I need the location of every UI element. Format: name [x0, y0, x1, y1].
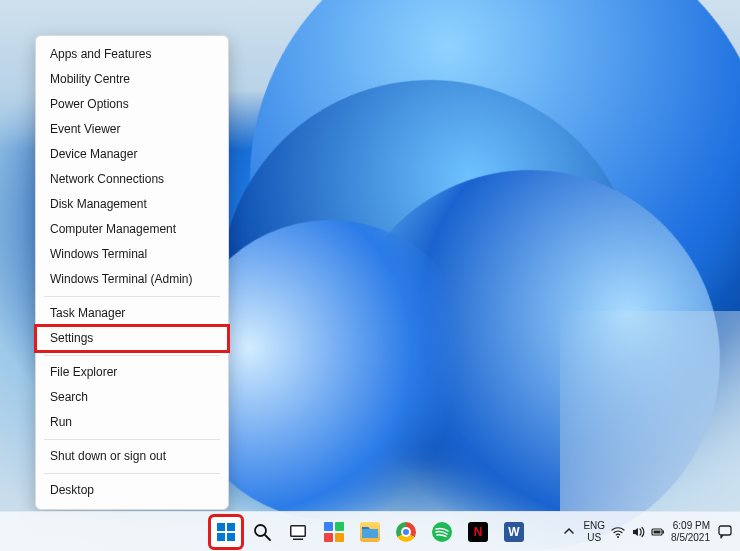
menu-separator: [44, 439, 220, 440]
chevron-up-icon: [563, 525, 575, 537]
menu-item-run[interactable]: Run: [36, 410, 228, 435]
task-view-icon: [288, 522, 308, 542]
taskbar-center: N W: [210, 512, 530, 551]
menu-item-event-viewer[interactable]: Event Viewer: [36, 117, 228, 142]
svg-rect-7: [292, 526, 305, 535]
menu-item-label: File Explorer: [50, 365, 117, 379]
svg-rect-12: [654, 530, 661, 533]
chrome-icon: [396, 522, 416, 542]
wallpaper-gradient-bottom: [560, 311, 740, 511]
system-tray: ENG US 6:09 PM 8/5/2021: [561, 512, 734, 551]
netflix-icon: N: [468, 522, 488, 542]
menu-item-settings[interactable]: Settings: [36, 326, 228, 351]
chrome-button[interactable]: [390, 516, 422, 548]
svg-rect-11: [663, 530, 665, 533]
menu-item-desktop[interactable]: Desktop: [36, 478, 228, 503]
menu-separator: [44, 355, 220, 356]
menu-item-power-options[interactable]: Power Options: [36, 92, 228, 117]
word-button[interactable]: W: [498, 516, 530, 548]
language-primary: ENG: [583, 520, 605, 532]
menu-item-task-manager[interactable]: Task Manager: [36, 301, 228, 326]
file-explorer-icon: [360, 522, 380, 542]
spotify-icon: [432, 522, 452, 542]
language-button[interactable]: ENG US: [583, 520, 605, 544]
start-button[interactable]: [210, 516, 242, 548]
svg-rect-3: [227, 533, 235, 541]
menu-item-label: Device Manager: [50, 147, 137, 161]
tray-overflow-button[interactable]: [561, 525, 577, 539]
menu-item-network-connections[interactable]: Network Connections: [36, 167, 228, 192]
menu-item-file-explorer[interactable]: File Explorer: [36, 360, 228, 385]
search-button[interactable]: [246, 516, 278, 548]
menu-item-label: Apps and Features: [50, 47, 151, 61]
menu-item-search[interactable]: Search: [36, 385, 228, 410]
svg-line-5: [265, 535, 270, 540]
desktop: Apps and FeaturesMobility CentrePower Op…: [0, 0, 740, 551]
svg-rect-0: [217, 523, 225, 531]
menu-separator: [44, 473, 220, 474]
menu-item-label: Event Viewer: [50, 122, 120, 136]
taskbar: N W ENG US: [0, 511, 740, 551]
svg-rect-13: [719, 526, 731, 535]
menu-item-shut-down-or-sign-out[interactable]: Shut down or sign out: [36, 444, 228, 469]
search-icon: [252, 522, 272, 542]
menu-item-label: Desktop: [50, 483, 94, 497]
file-explorer-button[interactable]: [354, 516, 386, 548]
menu-item-disk-management[interactable]: Disk Management: [36, 192, 228, 217]
word-icon: W: [504, 522, 524, 542]
menu-item-label: Settings: [50, 331, 93, 345]
menu-separator: [44, 296, 220, 297]
menu-item-label: Task Manager: [50, 306, 125, 320]
menu-item-label: Windows Terminal: [50, 247, 147, 261]
notifications-icon: [717, 524, 733, 540]
windows-logo-icon: [216, 522, 236, 542]
netflix-button[interactable]: N: [462, 516, 494, 548]
spotify-button[interactable]: [426, 516, 458, 548]
clock-time: 6:09 PM: [671, 520, 710, 532]
task-view-button[interactable]: [282, 516, 314, 548]
start-context-menu: Apps and FeaturesMobility CentrePower Op…: [35, 35, 229, 510]
menu-item-label: Mobility Centre: [50, 72, 130, 86]
svg-rect-8: [293, 538, 303, 540]
svg-point-9: [617, 536, 619, 538]
menu-item-mobility-centre[interactable]: Mobility Centre: [36, 67, 228, 92]
widgets-button[interactable]: [318, 516, 350, 548]
svg-rect-1: [227, 523, 235, 531]
menu-item-apps-and-features[interactable]: Apps and Features: [36, 42, 228, 67]
widgets-icon: [324, 522, 344, 542]
menu-item-label: Windows Terminal (Admin): [50, 272, 192, 286]
tray-status-icons[interactable]: [611, 525, 665, 539]
menu-item-label: Power Options: [50, 97, 129, 111]
menu-item-label: Run: [50, 415, 72, 429]
menu-item-label: Shut down or sign out: [50, 449, 166, 463]
notifications-button[interactable]: [716, 523, 734, 541]
battery-icon: [651, 525, 665, 539]
svg-point-4: [255, 525, 266, 536]
menu-item-label: Search: [50, 390, 88, 404]
menu-item-windows-terminal-admin[interactable]: Windows Terminal (Admin): [36, 267, 228, 292]
wifi-icon: [611, 525, 625, 539]
clock-button[interactable]: 6:09 PM 8/5/2021: [671, 520, 710, 544]
language-secondary: US: [583, 532, 605, 544]
svg-rect-2: [217, 533, 225, 541]
menu-item-device-manager[interactable]: Device Manager: [36, 142, 228, 167]
menu-item-label: Network Connections: [50, 172, 164, 186]
menu-item-label: Disk Management: [50, 197, 147, 211]
volume-icon: [631, 525, 645, 539]
clock-date: 8/5/2021: [671, 532, 710, 544]
menu-item-label: Computer Management: [50, 222, 176, 236]
menu-item-windows-terminal[interactable]: Windows Terminal: [36, 242, 228, 267]
menu-item-computer-management[interactable]: Computer Management: [36, 217, 228, 242]
